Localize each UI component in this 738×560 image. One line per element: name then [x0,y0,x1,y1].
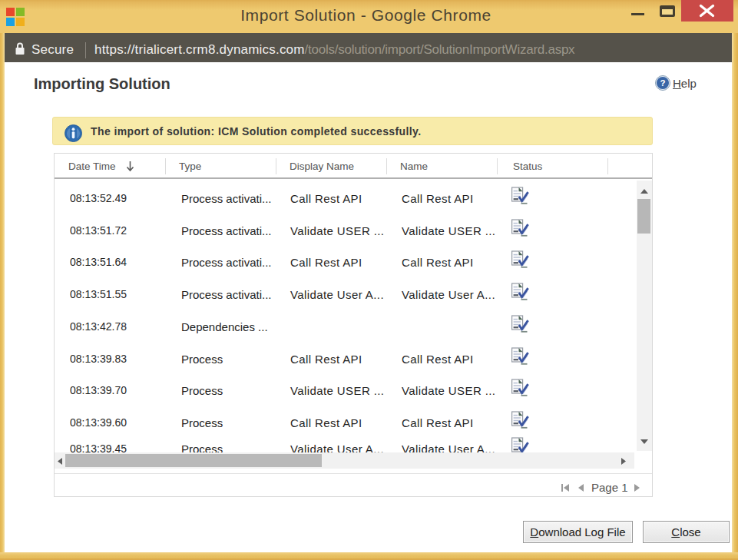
svg-text:?: ? [660,78,665,88]
